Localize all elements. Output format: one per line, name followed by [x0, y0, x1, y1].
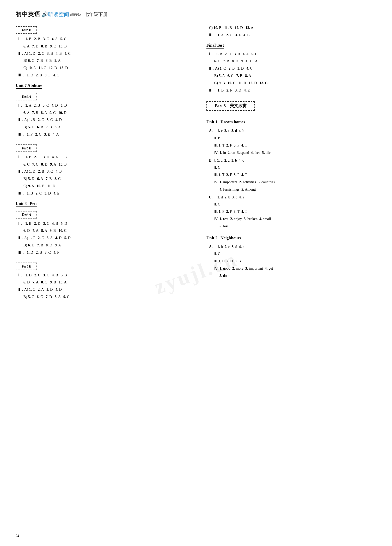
- part3-label: Part 3: [215, 104, 226, 108]
- answer-row: B) 5. D 6. A 7. B 8. C: [16, 176, 186, 182]
- answer-row: B) 5. C 6. C 7. D 8. A 9. C: [16, 294, 186, 300]
- answer-row: Ⅱ．A) 1. D 2. B 3. C 4. B: [16, 168, 186, 175]
- unit1-section-a: A. Ⅰ. 1. c 2. a 3. d 4. b Ⅱ. B Ⅲ. 1. T 2…: [206, 128, 376, 156]
- final-test-answers: Ⅰ． 1. B 2. D 3. B 4. A 5. C 6. C 7. B 8.…: [206, 51, 376, 94]
- answer-row: B) 6. C 7. B 8. B 9. A: [16, 58, 186, 64]
- answer-row: B) 5. A 6. C 7. B 8. A: [206, 73, 376, 79]
- answer-row: Ⅱ．A) 1. B 2. C 3. C 4. D: [16, 117, 186, 123]
- right-column: C) 10. B 11. B 12. D 13. A Ⅲ． 1. A 2. C …: [201, 25, 376, 301]
- unit2-section: Unit 2 Neighbours A. Ⅰ. 1. b 2. c 3. d 4…: [206, 232, 376, 279]
- part3-container: Part 3 美文欣赏: [206, 99, 376, 113]
- unit1-title: Unit 1 Dream homes: [206, 120, 245, 125]
- unit2-section-a: A. Ⅰ. 1. b 2. c 3. d 4. a Ⅱ. C Ⅲ. 1. C 2…: [206, 244, 376, 279]
- unit7-section: Unit 7 Abilities Test A Ⅰ． 1. A 2. B 3. …: [16, 80, 186, 197]
- answer-row: Ⅲ． 1. D 2. B 3. C 4. F: [16, 250, 186, 256]
- answer-row: B. Ⅰ. 1. d 2. a 3. b 4. c: [206, 157, 376, 164]
- left-column: Test B Ⅰ． 1. B 2. B 3. C 4. A 5. C 6. A …: [16, 25, 191, 301]
- answer-row: 6. D 7. A 8. C 9. B 10. A: [16, 279, 186, 286]
- answer-row: Ⅳ. 1. good 2. more 3. important 4. get: [206, 265, 376, 272]
- part3-box: Part 3 美文欣赏: [206, 101, 255, 111]
- answer-row: 5. door: [206, 273, 376, 279]
- answer-row: A. Ⅰ. 1. b 2. c 3. d 4. a: [206, 244, 376, 250]
- answer-row: Ⅲ． 1. B 2. C 3. D 4. E: [16, 190, 186, 197]
- answer-row: C) 10. A 11. C 12. D 13. D: [16, 65, 186, 71]
- unit7-test-b-box: Test B: [16, 144, 37, 152]
- answer-row: Ⅲ． 1. F 2. C 3. E 4. A: [16, 131, 186, 138]
- header-icon: 🔊听读空间: [42, 11, 69, 18]
- unit8-title: Unit 8 Pets: [16, 201, 37, 207]
- answer-row: 6. A 7. D 8. B 9. C 10. B: [16, 43, 186, 50]
- answer-row: Ⅰ． 1. B 2. B 3. C 4. A 5. C: [16, 36, 186, 42]
- answer-row: 6. D 7. A 8. A 9. B 10. C: [16, 228, 186, 234]
- answer-row: Ⅰ． 1. B 2. D 3. B 4. A 5. C: [206, 51, 376, 57]
- unit8-test-a-box: Test A: [16, 211, 37, 219]
- unit7-test-a-answers: Ⅰ． 1. A 2. B 3. C 4. D 5. D 6. A 7. B 8.…: [16, 102, 186, 138]
- unit8-section: Unit 8 Pets Test A Ⅰ． 1. B 2. D 3. C 4. …: [16, 198, 186, 300]
- unit2-title: Unit 2 Neighbours: [206, 236, 241, 241]
- answer-row: 6. C 7. C 8. D 9. A 10. B: [16, 161, 186, 168]
- answer-row: B) 6. D 7. B 8. D 9. A: [16, 242, 186, 248]
- answer-row: C) 9. B 10. C 11. B 12. D 13. C: [206, 80, 376, 86]
- answer-row: A. Ⅰ. 1. c 2. a 3. d 4. b: [206, 128, 376, 134]
- answer-row: Ⅲ. 1. T 2. F 3. F 4. T: [206, 142, 376, 149]
- answer-row: Ⅳ. 1. important 2. activities 3. countri…: [206, 179, 376, 185]
- answer-row: Ⅱ．A) 1. C 2. C 3. A 4. D 5. D: [16, 235, 186, 241]
- unit7-test-a-box: Test A: [16, 93, 37, 100]
- unit7-test-b-answers: Ⅰ． 1. B 2. C 3. D 4. A 5. B 6. C 7. C 8.…: [16, 154, 186, 197]
- answer-row: Ⅲ. 1. T 2. F 3. F 4. T: [206, 172, 376, 178]
- answer-row: Ⅲ． 1. A 2. C 3. F 4. B: [206, 32, 376, 38]
- unit1-section-c: C. Ⅰ. 1. d 2. b 3. c 4. a Ⅱ. C Ⅲ. 1. F 2…: [206, 194, 376, 229]
- answer-row: Ⅰ． 1. B 2. C 3. D 4. A 5. B: [16, 154, 186, 160]
- answer-row: Ⅰ． 1. A 2. B 3. C 4. D 5. D: [16, 102, 186, 109]
- answer-row: C) 9. A 10. B 11. D: [16, 183, 186, 189]
- answer-row: B) 5. D 6. B 7. B 8. A: [16, 124, 186, 130]
- header: 初中英语 🔊听读空间 (提高版) 七年级下册: [16, 10, 376, 20]
- answer-row: Ⅱ. B: [206, 135, 376, 141]
- answer-row: C. Ⅰ. 1. d 2. b 3. c 4. a: [206, 194, 376, 201]
- unit8-test-b-box: Test B: [16, 263, 37, 270]
- answer-row: Ⅱ．A) 1. C 2. B 3. D 4. C: [206, 65, 376, 72]
- answer-row: Ⅲ. 1. C 2. D 3. B: [206, 258, 376, 264]
- answer-row: Ⅳ. 1. in 2. on 3. spend 4. free 5. life: [206, 150, 376, 156]
- answer-row: Ⅲ． 1. D 2. B 3. F 4. C: [16, 72, 186, 78]
- answer-row: 4. furnishings 5. Among: [206, 186, 376, 193]
- unit7-title: Unit 7 Abilities: [16, 83, 42, 89]
- answer-row: Ⅲ． 1. B 2. F 3. D 4. E: [206, 87, 376, 94]
- answer-row: Ⅰ． 1. D 2. C 3. C 4. B 5. B: [16, 272, 186, 278]
- answer-row: Ⅱ. C: [206, 251, 376, 257]
- continuation-answers: C) 10. B 11. B 12. D 13. A Ⅲ． 1. A 2. C …: [206, 25, 376, 38]
- answer-row: Ⅱ. C: [206, 165, 376, 171]
- final-test-section: Final Test Ⅰ． 1. B 2. D 3. B 4. A 5. C 6…: [206, 39, 376, 94]
- final-test-title: Final Test: [206, 43, 224, 48]
- test-b-box: Test B: [16, 26, 37, 34]
- answer-row: C) 10. B 11. B 12. D 13. A: [206, 25, 376, 31]
- answer-row: Ⅱ．A) 1. D 2. C 3. B 4. B 5. C: [16, 51, 186, 57]
- answer-row: Ⅱ．A) 1. C 2. A 3. D 4. D: [16, 287, 186, 293]
- answer-row: 6. A 7. B 8. A 9. C 10. D: [16, 110, 186, 116]
- page-number: 24: [16, 534, 19, 538]
- answer-row: 6. C 7. B 8. D 9. B 10. A: [206, 58, 376, 64]
- answer-row: Ⅰ． 1. B 2. D 3. C 4. B 5. D: [16, 221, 186, 227]
- unit1-section-b: B. Ⅰ. 1. d 2. a 3. b 4. c Ⅱ. C Ⅲ. 1. T 2…: [206, 157, 376, 193]
- header-subtitle: 七年级下册: [84, 11, 108, 17]
- unit8-test-b-answers: Ⅰ． 1. D 2. C 3. C 4. B 5. B 6. D 7. A 8.…: [16, 272, 186, 300]
- answer-row: Ⅳ. 1. rest 2. enjoy 3. broken 4. small: [206, 216, 376, 222]
- part3-chinese: 美文欣赏: [230, 104, 247, 108]
- unit8-test-a-answers: Ⅰ． 1. B 2. D 3. C 4. B 5. D 6. D 7. A 8.…: [16, 221, 186, 256]
- header-title: 初中英语: [16, 10, 41, 18]
- answer-row: 5. less: [206, 223, 376, 229]
- answer-row: Ⅲ. 1. F 2. F 3. T 4. T: [206, 209, 376, 215]
- unit1-section: Unit 1 Dream homes A. Ⅰ. 1. c 2. a 3. d …: [206, 116, 376, 229]
- answer-row: Ⅱ. C: [206, 201, 376, 208]
- header-grade-note: (提高版): [70, 13, 81, 16]
- test-b-answers: Ⅰ． 1. B 2. B 3. C 4. A 5. C 6. A 7. D 8.…: [16, 36, 186, 78]
